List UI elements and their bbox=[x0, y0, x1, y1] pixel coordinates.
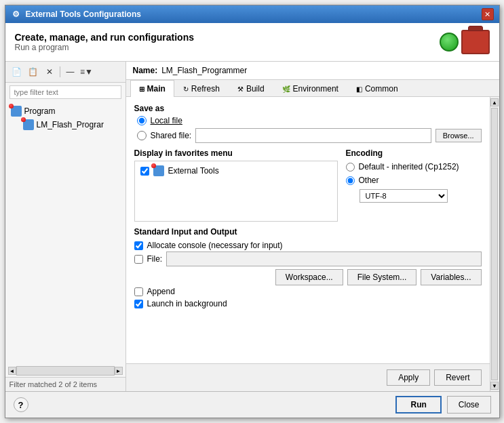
file-buttons-row: Workspace... File System... Variables... bbox=[134, 269, 482, 285]
file-row: File: bbox=[134, 251, 482, 266]
sidebar-status: Filter matched 2 of 2 items bbox=[5, 377, 125, 391]
local-file-row: Local file bbox=[137, 116, 482, 125]
tree-lmflash-item[interactable]: LM_Flash_Prograr bbox=[22, 118, 121, 132]
tabs-bar: ⊞ Main ↻ Refresh ⚒ Build 🌿 Environment ◧ bbox=[126, 80, 499, 97]
scroll-left-button[interactable]: ◄ bbox=[8, 367, 16, 375]
apply-button[interactable]: Apply bbox=[387, 369, 430, 386]
tab-common-label: Common bbox=[365, 84, 398, 94]
header-text: Create, manage, and run configurations R… bbox=[15, 32, 195, 52]
favorites-left: Display in favorites menu External bbox=[134, 148, 338, 222]
main-window: ⚙ External Tools Configurations ✕ Create… bbox=[5, 5, 500, 418]
encoding-section: Encoding Default - inherited (Cp1252) Ot… bbox=[346, 148, 482, 222]
launch-bg-label: Launch in background bbox=[147, 299, 227, 308]
encoding-default-label: Default - inherited (Cp1252) bbox=[359, 162, 459, 172]
help-button[interactable]: ? bbox=[14, 397, 28, 412]
duplicate-button[interactable]: 📋 bbox=[26, 64, 41, 79]
file-input[interactable] bbox=[166, 251, 481, 266]
main-tab-icon: ⊞ bbox=[139, 85, 144, 93]
variables-button[interactable]: Variables... bbox=[421, 269, 481, 285]
common-tab-icon: ◧ bbox=[356, 85, 362, 93]
tab-main-label: Main bbox=[147, 84, 166, 94]
bottom-bar: Apply Revert bbox=[126, 363, 490, 391]
scroll-up-button[interactable]: ▲ bbox=[490, 98, 499, 106]
ext-tools-icon bbox=[153, 165, 164, 176]
panel-content: Save as Local file Shared file: bbox=[126, 97, 490, 363]
sidebar-toolbar: 📄 📋 ✕ — ≡▼ bbox=[5, 62, 125, 83]
favorites-box: External Tools bbox=[134, 161, 338, 222]
window-title: External Tools Configurations bbox=[26, 9, 141, 19]
app-icon: ⚙ bbox=[11, 9, 22, 20]
launch-bg-row: Launch in background bbox=[134, 298, 482, 310]
external-tools-item: External Tools bbox=[138, 164, 334, 178]
shared-file-radio[interactable] bbox=[137, 131, 147, 140]
horizontal-scrollbar[interactable] bbox=[16, 366, 115, 376]
tab-main[interactable]: ⊞ Main bbox=[130, 80, 174, 97]
collapse-button[interactable]: — bbox=[63, 64, 78, 79]
close-button[interactable]: Close bbox=[447, 396, 491, 414]
tab-build[interactable]: ⚒ Build bbox=[229, 80, 273, 97]
program-label: Program bbox=[24, 106, 56, 116]
delete-button[interactable]: ✕ bbox=[42, 64, 57, 79]
lmflash-icon bbox=[23, 119, 34, 130]
browse-button[interactable]: Browse... bbox=[435, 129, 482, 142]
filter-input[interactable] bbox=[9, 85, 121, 99]
name-bar: Name: LM_Flash_Programmer bbox=[126, 62, 499, 80]
local-file-label: Local file bbox=[151, 116, 182, 125]
footer-buttons: Run Close bbox=[395, 396, 490, 414]
workspace-button[interactable]: Workspace... bbox=[275, 269, 343, 285]
encoding-select-row: UTF-8 bbox=[346, 189, 482, 203]
run-button[interactable]: Run bbox=[395, 396, 441, 414]
name-label: Name: bbox=[133, 66, 158, 75]
header-heading: Create, manage, and run configurations bbox=[15, 32, 195, 43]
main-content: 📄 📋 ✕ — ≡▼ Program bbox=[5, 62, 499, 391]
encoding-other-radio[interactable] bbox=[346, 176, 355, 185]
scroll-down-button[interactable]: ▼ bbox=[490, 382, 499, 390]
shared-file-label: Shared file: bbox=[151, 131, 192, 140]
sidebar: 📄 📋 ✕ — ≡▼ Program bbox=[5, 62, 126, 391]
append-label: Append bbox=[147, 287, 175, 296]
local-file-radio[interactable] bbox=[137, 116, 147, 125]
window-close-button[interactable]: ✕ bbox=[482, 8, 494, 20]
red-dot-lmflash-icon bbox=[21, 117, 26, 122]
sort-button[interactable]: ≡▼ bbox=[79, 64, 94, 79]
green-circle-icon bbox=[440, 33, 459, 52]
encoding-default-radio[interactable] bbox=[346, 163, 355, 172]
file-checkbox[interactable] bbox=[134, 255, 143, 264]
external-tools-checkbox[interactable] bbox=[140, 167, 149, 176]
shared-file-input[interactable] bbox=[195, 128, 431, 143]
ext-tools-red-dot-icon bbox=[151, 163, 156, 168]
tab-common[interactable]: ◧ Common bbox=[347, 80, 407, 97]
encoding-label: Encoding bbox=[346, 148, 482, 158]
sidebar-scrollbar-area: ◄ ► bbox=[5, 365, 125, 377]
panel-main: Save as Local file Shared file: bbox=[126, 97, 490, 391]
refresh-tab-icon: ↻ bbox=[183, 85, 189, 93]
display-favorites-label: Display in favorites menu bbox=[134, 148, 338, 158]
append-checkbox[interactable] bbox=[134, 287, 143, 296]
shared-file-row: Shared file: Browse... bbox=[137, 128, 482, 143]
tab-environment-label: Environment bbox=[293, 84, 338, 94]
environment-tab-icon: 🌿 bbox=[282, 85, 290, 93]
vertical-scrollbar[interactable]: ▲ ▼ bbox=[490, 97, 499, 391]
title-bar-left: ⚙ External Tools Configurations bbox=[11, 9, 141, 20]
save-as-label: Save as bbox=[134, 104, 482, 113]
footer: ? Run Close bbox=[5, 391, 499, 418]
program-icon bbox=[11, 106, 22, 117]
std-io-label: Standard Input and Output bbox=[134, 227, 482, 237]
encoding-select[interactable]: UTF-8 bbox=[360, 189, 448, 203]
revert-button[interactable]: Revert bbox=[434, 369, 481, 386]
new-config-button[interactable]: 📄 bbox=[9, 64, 24, 79]
tab-refresh-label: Refresh bbox=[191, 84, 220, 94]
toolbar-separator bbox=[60, 66, 60, 77]
title-bar: ⚙ External Tools Configurations ✕ bbox=[5, 5, 499, 23]
scroll-right-button[interactable]: ► bbox=[115, 367, 123, 375]
file-label: File: bbox=[147, 254, 163, 264]
tab-environment[interactable]: 🌿 Environment bbox=[273, 80, 347, 97]
tree-program-item[interactable]: Program bbox=[9, 104, 121, 118]
tree-area: Program LM_Flash_Prograr bbox=[5, 102, 125, 365]
file-system-button[interactable]: File System... bbox=[347, 269, 417, 285]
allocate-console-checkbox[interactable] bbox=[134, 241, 143, 250]
encoding-other-row: Other bbox=[346, 176, 482, 185]
scroll-track[interactable] bbox=[491, 108, 498, 380]
tab-refresh[interactable]: ↻ Refresh bbox=[174, 80, 229, 97]
launch-bg-checkbox[interactable] bbox=[134, 300, 143, 308]
